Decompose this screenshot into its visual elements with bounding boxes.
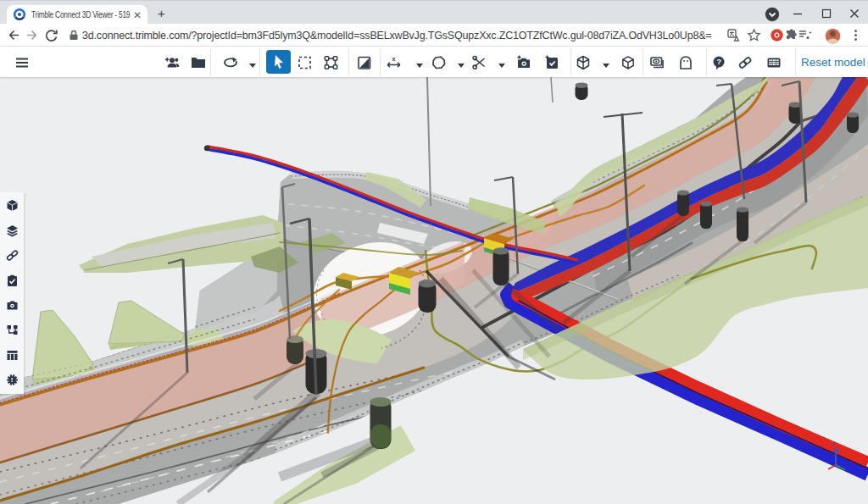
svg-text:!: ! — [11, 376, 14, 384]
svg-text:x: x — [392, 56, 396, 62]
svg-text:?: ? — [717, 58, 722, 66]
svg-text:z: z — [832, 439, 835, 446]
